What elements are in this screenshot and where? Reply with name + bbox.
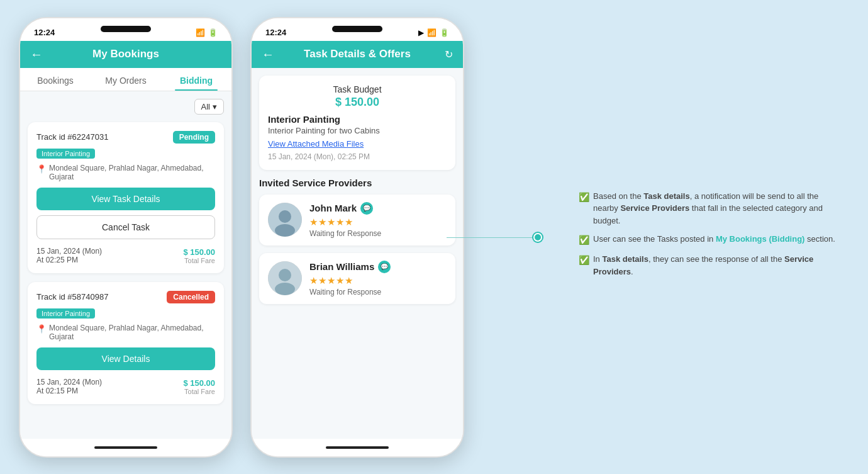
task-name: Interior Painting bbox=[268, 114, 447, 125]
tab-my-orders[interactable]: My Orders bbox=[91, 68, 161, 91]
battery-icon: 🔋 bbox=[208, 28, 218, 37]
annotation-item-1: ✅ Based on the Task details, a notificat… bbox=[579, 190, 843, 227]
booking-card-2: Track id #58740987 Cancelled Interior Pa… bbox=[28, 282, 224, 404]
annotation-panel: ✅ Based on the Task details, a notificat… bbox=[579, 190, 843, 285]
phone-1-header: ← My Bookings bbox=[20, 41, 231, 68]
annotation-text-2: User can see the Tasks posted in My Book… bbox=[593, 233, 835, 245]
phone-2-bottom bbox=[252, 439, 463, 456]
location-text-2: Mondeal Square, Prahlad Nagar, Ahmedabad… bbox=[49, 324, 215, 341]
phone-1-notch: 12:24 📶 🔋 bbox=[20, 18, 231, 41]
provider-avatar-1 bbox=[268, 203, 302, 237]
home-indicator-1 bbox=[94, 446, 157, 449]
provider-status-2: Waiting for Response bbox=[309, 288, 447, 296]
provider-name-row-2: Brian Williams 💬 bbox=[309, 261, 447, 273]
phone-1-status-icons: 📶 🔋 bbox=[196, 28, 218, 37]
gps-icon: ▶ bbox=[418, 28, 424, 37]
chat-badge-2[interactable]: 💬 bbox=[378, 261, 391, 273]
location-1: 📍 Mondeal Square, Prahlad Nagar, Ahmedab… bbox=[36, 164, 215, 181]
phone-2-pill bbox=[332, 26, 382, 32]
location-icon-1: 📍 bbox=[36, 164, 47, 174]
annotation-item-2: ✅ User can see the Tasks posted in My Bo… bbox=[579, 233, 843, 247]
provider-name-row-1: John Mark 💬 bbox=[309, 202, 447, 215]
annotation-dot bbox=[533, 233, 542, 242]
card-2-date: 15 Jan, 2024 (Mon) At 02:15 PM bbox=[36, 378, 102, 395]
phone-1: 12:24 📶 🔋 ← My Bookings Bookings My Orde… bbox=[19, 17, 233, 458]
phone-2-notch: 12:24 ▶ 📶 🔋 bbox=[252, 18, 463, 41]
category-tag-1: Interior Painting bbox=[36, 149, 95, 159]
phone-2-status-icons: ▶ 📶 🔋 bbox=[418, 28, 449, 37]
wifi-icon-2: 📶 bbox=[427, 28, 437, 37]
task-budget-card: Task Budget $ 150.00 Interior Painting I… bbox=[259, 76, 455, 170]
price-block-1: $ 150.00 Total Fare bbox=[183, 247, 215, 264]
annotation-item-3: ✅ In Task details, they can see the resp… bbox=[579, 253, 843, 278]
booking-card-1: Track id #62247031 Pending Interior Pain… bbox=[28, 122, 224, 273]
provider-stars-1: ★★★★★ bbox=[309, 217, 447, 228]
check-icon-3: ✅ bbox=[579, 254, 589, 267]
annotation-text-3: In Task details, they can see the respon… bbox=[593, 253, 843, 278]
time-text-1: At 02:25 PM bbox=[36, 256, 102, 264]
phone-1-bottom bbox=[20, 439, 231, 456]
location-text-1: Mondeal Square, Prahlad Nagar, Ahmedabad… bbox=[49, 164, 215, 181]
connector-line bbox=[447, 237, 535, 238]
location-icon-2: 📍 bbox=[36, 324, 47, 334]
date-text-2: 15 Jan, 2024 (Mon) bbox=[36, 378, 102, 387]
battery-icon-2: 🔋 bbox=[440, 28, 449, 37]
task-description: Interior Painting for two Cabins bbox=[268, 126, 447, 135]
annotation-list: ✅ Based on the Task details, a notificat… bbox=[579, 190, 843, 278]
provider-name-2: Brian Williams bbox=[309, 261, 374, 272]
phone-2-back-button[interactable]: ← bbox=[262, 47, 277, 62]
phone-2-content: Task Budget $ 150.00 Interior Painting I… bbox=[252, 68, 463, 439]
check-icon-2: ✅ bbox=[579, 234, 589, 247]
phone-1-header-title: My Bookings bbox=[45, 48, 206, 60]
status-badge-1: Pending bbox=[173, 131, 215, 144]
location-2: 📍 Mondeal Square, Prahlad Nagar, Ahmedab… bbox=[36, 324, 215, 341]
tab-bookings[interactable]: Bookings bbox=[20, 68, 91, 91]
card-1-date: 15 Jan, 2024 (Mon) At 02:25 PM bbox=[36, 247, 102, 264]
svg-point-2 bbox=[275, 224, 295, 237]
time-text-2: At 02:15 PM bbox=[36, 387, 102, 395]
svg-point-4 bbox=[279, 269, 291, 281]
filter-dropdown[interactable]: All ▾ bbox=[194, 99, 224, 115]
phone-2-time: 12:24 bbox=[265, 28, 286, 37]
filter-row: All ▾ bbox=[28, 99, 224, 115]
wifi-icon: 📶 bbox=[196, 28, 205, 37]
card-2-header: Track id #58740987 Cancelled bbox=[36, 291, 215, 303]
provider-name-1: John Mark bbox=[309, 203, 357, 213]
phone-1-pill bbox=[101, 26, 151, 32]
tab-bidding[interactable]: Bidding bbox=[161, 68, 231, 91]
annotation-text-1: Based on the Task details, a notificatio… bbox=[593, 190, 843, 227]
phone-1-tab-bar: Bookings My Orders Bidding bbox=[20, 68, 231, 91]
chat-badge-1[interactable]: 💬 bbox=[360, 202, 373, 215]
phone-1-time: 12:24 bbox=[34, 28, 55, 37]
home-indicator-2 bbox=[326, 446, 389, 449]
phone-1-back-button[interactable]: ← bbox=[30, 47, 45, 62]
card-1-header: Track id #62247031 Pending bbox=[36, 131, 215, 144]
view-media-link[interactable]: View Attached Media Files bbox=[268, 139, 447, 149]
provider-status-1: Waiting for Response bbox=[309, 229, 447, 238]
budget-label: Task Budget bbox=[268, 84, 447, 94]
price-label-1: Total Fare bbox=[183, 257, 215, 264]
phone-2-header-title: Task Details & Offers bbox=[277, 48, 438, 60]
cancel-task-button[interactable]: Cancel Task bbox=[36, 215, 215, 239]
svg-point-5 bbox=[275, 283, 295, 295]
price-amount-2: $ 150.00 bbox=[183, 378, 215, 388]
track-id-2: Track id #58740987 bbox=[36, 292, 108, 302]
view-task-details-button[interactable]: View Task Details bbox=[36, 188, 215, 210]
phone-2-refresh-button[interactable]: ↻ bbox=[438, 48, 453, 60]
provider-info-1: John Mark 💬 ★★★★★ Waiting for Response bbox=[309, 202, 447, 238]
task-date: 15 Jan, 2024 (Mon), 02:25 PM bbox=[268, 152, 447, 161]
provider-card-2: Brian Williams 💬 ★★★★★ Waiting for Respo… bbox=[259, 253, 455, 304]
svg-point-1 bbox=[279, 210, 291, 223]
status-badge-2: Cancelled bbox=[167, 291, 215, 303]
phone-2-header: ← Task Details & Offers ↻ bbox=[252, 41, 463, 68]
price-amount-1: $ 150.00 bbox=[183, 247, 215, 257]
price-block-2: $ 150.00 Total Fare bbox=[183, 378, 215, 395]
invited-section-title: Invited Service Providers bbox=[259, 178, 455, 188]
phone-1-content: All ▾ Track id #62247031 Pending Interio… bbox=[20, 91, 231, 439]
provider-card-1: John Mark 💬 ★★★★★ Waiting for Response bbox=[259, 195, 455, 245]
provider-avatar-2 bbox=[268, 261, 302, 295]
phone-2: 12:24 ▶ 📶 🔋 ← Task Details & Offers ↻ Ta… bbox=[250, 17, 464, 458]
check-icon-1: ✅ bbox=[579, 191, 589, 204]
provider-info-2: Brian Williams 💬 ★★★★★ Waiting for Respo… bbox=[309, 261, 447, 296]
view-details-button[interactable]: View Details bbox=[36, 347, 215, 370]
